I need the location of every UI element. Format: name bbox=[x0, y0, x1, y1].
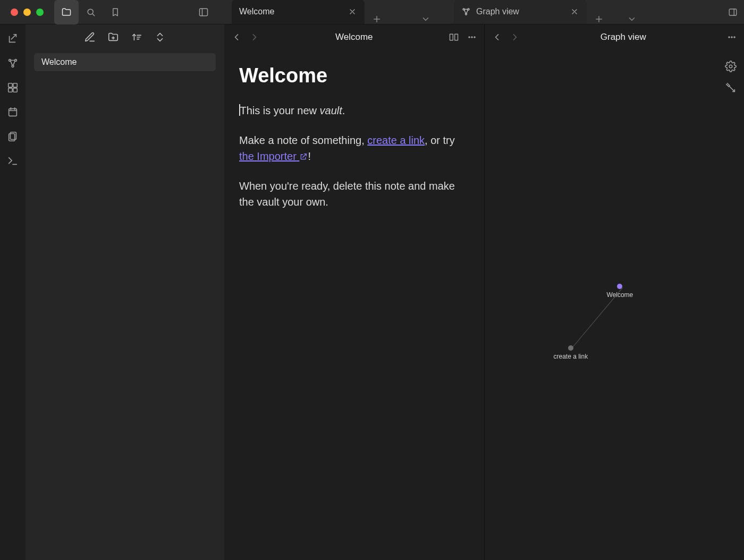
new-note-icon[interactable] bbox=[84, 31, 96, 43]
tab-group-left: Welcome bbox=[232, 0, 438, 24]
close-tab-icon[interactable] bbox=[348, 7, 357, 16]
svg-point-19 bbox=[729, 37, 730, 38]
command-palette-icon[interactable] bbox=[6, 154, 20, 168]
graph-icon bbox=[461, 7, 471, 16]
sidebar-toggle-right-icon[interactable] bbox=[728, 7, 738, 17]
tab-dropdown-icon[interactable] bbox=[421, 14, 430, 24]
sidebar-tab-switcher bbox=[54, 0, 128, 24]
editor-content[interactable]: Welcome This is your new vault. Make a n… bbox=[224, 50, 484, 234]
graph-node-dot bbox=[617, 284, 622, 289]
graph-node-create-a-link[interactable]: create a link bbox=[554, 345, 588, 360]
tab-group-left-controls bbox=[365, 14, 438, 24]
search-icon[interactable] bbox=[79, 0, 103, 24]
graph-controls bbox=[725, 61, 737, 94]
minimize-window-button[interactable] bbox=[23, 9, 31, 16]
graph-header: Graph view bbox=[485, 24, 745, 50]
svg-rect-1 bbox=[200, 9, 208, 15]
canvas-icon[interactable] bbox=[6, 81, 20, 95]
graph-node-label: Welcome bbox=[607, 291, 633, 299]
templates-icon[interactable] bbox=[6, 130, 20, 143]
svg-rect-5 bbox=[729, 9, 737, 15]
svg-point-0 bbox=[88, 9, 93, 14]
view-title[interactable]: Welcome bbox=[260, 32, 448, 43]
reading-mode-icon[interactable] bbox=[448, 31, 460, 43]
close-window-button[interactable] bbox=[11, 9, 18, 16]
nav-forward-icon[interactable] bbox=[249, 31, 260, 43]
link-the-importer[interactable]: the Importer bbox=[239, 150, 308, 162]
view-title[interactable]: Graph view bbox=[521, 32, 726, 43]
graph-filter-icon[interactable] bbox=[725, 82, 737, 94]
svg-rect-10 bbox=[13, 83, 17, 87]
close-tab-icon[interactable] bbox=[570, 7, 579, 16]
nav-back-icon[interactable] bbox=[231, 31, 242, 43]
note-heading: Welcome bbox=[239, 61, 469, 91]
titlebar-right bbox=[728, 0, 744, 24]
nav-forward-icon[interactable] bbox=[509, 31, 521, 43]
svg-point-21 bbox=[734, 37, 735, 38]
tab-group-right: Graph view bbox=[454, 0, 644, 24]
sort-icon[interactable] bbox=[131, 31, 142, 43]
files-sidebar: Welcome bbox=[26, 24, 224, 560]
editor-header: Welcome bbox=[224, 24, 484, 50]
external-link-icon bbox=[299, 149, 308, 158]
paragraph-1: This is your new vault. bbox=[239, 103, 469, 118]
new-folder-icon[interactable] bbox=[107, 31, 119, 43]
svg-point-16 bbox=[468, 37, 470, 38]
window-controls bbox=[0, 0, 54, 24]
graph-node-welcome[interactable]: Welcome bbox=[607, 284, 633, 299]
maximize-window-button[interactable] bbox=[36, 9, 44, 16]
collapse-icon[interactable] bbox=[154, 31, 166, 43]
tab-label: Graph view bbox=[476, 7, 564, 16]
more-options-icon[interactable] bbox=[726, 31, 738, 43]
svg-rect-13 bbox=[9, 109, 17, 116]
tab-group-right-controls bbox=[587, 14, 644, 24]
svg-point-17 bbox=[471, 37, 472, 38]
files-icon[interactable] bbox=[54, 0, 79, 24]
ribbon bbox=[0, 24, 26, 560]
file-item-label: Welcome bbox=[41, 57, 77, 66]
svg-rect-12 bbox=[13, 88, 17, 92]
editor-pane: Welcome Welcome This is your new vault. … bbox=[224, 24, 485, 560]
tab-dropdown-icon[interactable] bbox=[627, 14, 637, 24]
new-tab-icon[interactable] bbox=[594, 14, 604, 24]
nav-back-icon[interactable] bbox=[491, 31, 503, 43]
svg-rect-9 bbox=[9, 83, 12, 87]
daily-note-icon[interactable] bbox=[6, 105, 20, 119]
titlebar: Welcome Graph view bbox=[0, 0, 744, 24]
graph-node-label: create a link bbox=[554, 353, 588, 360]
new-tab-icon[interactable] bbox=[372, 14, 382, 24]
graph-settings-icon[interactable] bbox=[725, 61, 737, 72]
graph-view-icon[interactable] bbox=[6, 56, 20, 70]
file-item-welcome[interactable]: Welcome bbox=[34, 53, 216, 71]
files-sidebar-actions bbox=[26, 24, 224, 50]
file-tree: Welcome bbox=[26, 50, 224, 74]
svg-point-18 bbox=[474, 37, 475, 38]
more-options-icon[interactable] bbox=[466, 31, 478, 43]
sidebar-toggle-left-icon[interactable] bbox=[191, 0, 216, 24]
svg-rect-11 bbox=[9, 88, 12, 92]
tab-label: Welcome bbox=[239, 7, 342, 16]
paragraph-2: Make a note of something, create a link,… bbox=[239, 132, 469, 164]
bookmark-icon[interactable] bbox=[103, 0, 128, 24]
svg-point-22 bbox=[729, 65, 732, 68]
paragraph-3: When you're ready, delete this note and … bbox=[239, 178, 469, 210]
graph-node-dot bbox=[568, 345, 573, 351]
svg-point-20 bbox=[731, 37, 733, 38]
tab-welcome[interactable]: Welcome bbox=[232, 0, 365, 24]
link-create-a-link[interactable]: create a link bbox=[367, 134, 425, 146]
tab-graph-view[interactable]: Graph view bbox=[454, 0, 587, 24]
graph-canvas[interactable]: Welcome create a link bbox=[485, 50, 745, 560]
quick-switcher-icon[interactable] bbox=[6, 32, 20, 46]
graph-pane: Graph view Welcome bbox=[485, 24, 745, 560]
